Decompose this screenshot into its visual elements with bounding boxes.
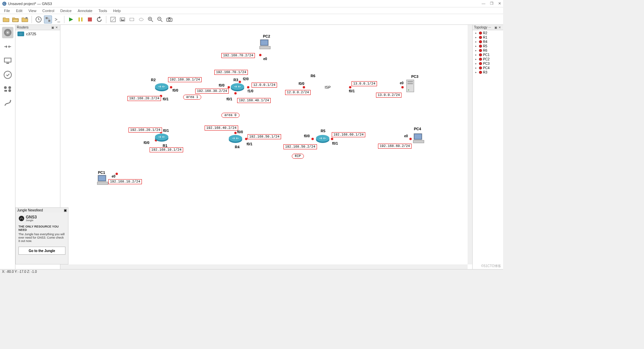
router-template-label: c3725 xyxy=(26,32,36,36)
ip: 12.0.0.1/24 xyxy=(252,83,277,88)
topology-item[interactable]: ▸PC2 xyxy=(473,57,502,61)
menu-file[interactable]: File xyxy=(1,8,13,13)
svg-point-13 xyxy=(139,18,143,21)
expand-icon[interactable]: ▸ xyxy=(475,36,478,39)
link-endpoint xyxy=(234,132,237,134)
coords-readout: X: -80.0 Y: -17.0 Z: -1.0 xyxy=(2,270,37,273)
topology-item[interactable]: ▸R1 xyxy=(473,35,502,40)
label-r6: R6 xyxy=(311,74,315,78)
switches-category-icon[interactable] xyxy=(2,41,13,52)
menu-control[interactable]: Control xyxy=(40,8,57,13)
end-devices-category-icon[interactable] xyxy=(2,55,13,66)
device-toolbar xyxy=(0,25,15,269)
status-dot-icon xyxy=(479,62,482,65)
node-r3[interactable] xyxy=(230,83,245,92)
topology-item[interactable]: ▸PC3 xyxy=(473,61,502,66)
snapshot-icon[interactable] xyxy=(35,15,43,23)
topology-item[interactable]: ▸PC1 xyxy=(473,53,502,57)
topology-item[interactable]: ▸R3 xyxy=(473,70,502,74)
node-pc1[interactable] xyxy=(97,174,109,185)
zoom-in-icon[interactable] xyxy=(147,15,155,23)
topology-item[interactable]: ▸R5 xyxy=(473,44,502,48)
ip: 192.168.10.2/24 xyxy=(108,179,142,184)
pause-icon[interactable] xyxy=(76,15,85,23)
panel-close-icon[interactable]: ✕ xyxy=(498,26,502,29)
panel-undock-icon[interactable]: ▣ xyxy=(51,26,55,29)
minimize-button[interactable]: — xyxy=(482,1,485,6)
svg-point-17 xyxy=(168,19,170,21)
node-r5[interactable] xyxy=(315,134,330,144)
expand-icon[interactable]: ▸ xyxy=(475,49,478,52)
horizontal-scrollbar[interactable] xyxy=(60,264,468,269)
show-interface-labels-icon[interactable] xyxy=(44,15,52,23)
canvas[interactable]: R2 R1 R3 R4 R5 R6 PC1 PC2 PC3 PC4 ISP ar… xyxy=(60,25,472,269)
label-r2: R2 xyxy=(151,78,156,82)
node-pc3[interactable] xyxy=(406,79,415,93)
annotate-rect-icon[interactable] xyxy=(128,15,136,23)
maximize-button[interactable]: ❐ xyxy=(490,1,493,6)
console-icon[interactable]: >_ xyxy=(53,15,61,23)
topology-item-label: PC3 xyxy=(483,62,489,65)
label-isp: ISP xyxy=(325,85,331,89)
all-devices-icon[interactable] xyxy=(2,83,13,95)
screenshot-icon[interactable] xyxy=(165,15,173,23)
expand-icon[interactable]: ▸ xyxy=(475,71,478,74)
topology-item[interactable]: ▸R6 xyxy=(473,48,502,53)
node-pc2[interactable] xyxy=(259,39,271,50)
add-link-icon[interactable] xyxy=(2,97,13,109)
panel-close-icon[interactable]: ✕ xyxy=(55,26,59,29)
security-category-icon[interactable] xyxy=(2,69,13,81)
annotate-image-icon[interactable] xyxy=(118,15,126,23)
expand-icon[interactable]: ▸ xyxy=(475,53,478,56)
stop-icon[interactable] xyxy=(86,15,94,23)
zoom-out-icon[interactable] xyxy=(156,15,164,23)
menu-edit[interactable]: Edit xyxy=(13,8,25,13)
annotate-note-icon[interactable] xyxy=(109,15,117,23)
expand-icon[interactable]: ▸ xyxy=(475,32,478,35)
port: f0/1 xyxy=(226,97,232,101)
menu-view[interactable]: View xyxy=(26,8,39,13)
open-project-icon[interactable] xyxy=(11,15,19,23)
newsfeed-body: The Jungle has everything you will ever … xyxy=(18,233,65,243)
expand-icon[interactable]: ▸ xyxy=(475,66,478,69)
vertical-scrollbar[interactable] xyxy=(468,25,472,264)
go-to-jungle-button[interactable]: Go to the Jungle xyxy=(18,247,65,255)
port: f0/1 xyxy=(349,89,355,93)
reload-icon[interactable] xyxy=(95,15,103,23)
watermark: ©51CTO博客 xyxy=(481,264,501,268)
router-template-item[interactable]: c3725 xyxy=(15,30,60,38)
expand-icon[interactable]: ▸ xyxy=(475,58,478,61)
node-r4[interactable] xyxy=(228,134,243,144)
annotate-ellipse-icon[interactable] xyxy=(137,15,145,23)
status-dot-icon xyxy=(479,58,482,61)
expand-icon[interactable]: ▸ xyxy=(475,40,478,43)
svg-rect-20 xyxy=(4,58,11,62)
menubar: File Edit View Control Device Annotate T… xyxy=(0,7,503,14)
routers-category-icon[interactable] xyxy=(2,27,13,38)
ip: 192.168.50.2/24 xyxy=(283,144,317,149)
expand-icon[interactable]: ▸ xyxy=(475,45,478,48)
expand-icon[interactable]: ▸ xyxy=(475,62,478,65)
ip: 12.0.0.2/24 xyxy=(285,90,311,95)
node-r2[interactable] xyxy=(154,83,169,92)
panel-undock-icon[interactable]: ▣ xyxy=(494,26,498,29)
topology-item[interactable]: ▸PC4 xyxy=(473,66,502,70)
port: f0/0 xyxy=(219,84,224,87)
save-project-icon[interactable] xyxy=(21,15,29,23)
status-dot-icon xyxy=(479,36,482,39)
panel-undock-icon[interactable]: ▣ xyxy=(64,208,67,212)
menu-annotate[interactable]: Annotate xyxy=(75,8,95,13)
menu-tools[interactable]: Tools xyxy=(96,8,110,13)
new-project-icon[interactable] xyxy=(2,15,10,23)
node-r1[interactable] xyxy=(154,133,169,142)
topology-item[interactable]: ▸R2 xyxy=(473,31,502,35)
menu-device[interactable]: Device xyxy=(58,8,74,13)
topology-item-label: PC2 xyxy=(483,57,489,61)
node-pc4[interactable] xyxy=(413,133,425,144)
start-icon[interactable] xyxy=(67,15,75,23)
close-button[interactable]: ✕ xyxy=(498,1,501,6)
label-pc4: PC4 xyxy=(414,127,421,131)
link-endpoint xyxy=(234,92,237,95)
topology-item[interactable]: ▸R4 xyxy=(473,40,502,44)
menu-help[interactable]: Help xyxy=(110,8,123,13)
